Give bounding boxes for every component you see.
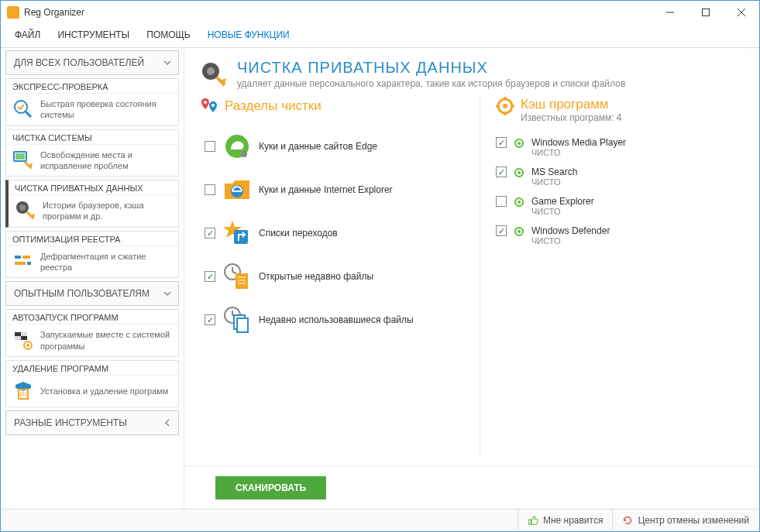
gear-small-icon xyxy=(513,196,525,208)
sidebar-section-label: РАЗНЫЕ ИНСТРУМЕНТЫ xyxy=(14,417,127,428)
menu-file[interactable]: ФАЙЛ xyxy=(7,27,48,43)
clean-row-mru: Недавно использовавшиеся файлы xyxy=(200,298,470,342)
clean-label: Открытые недавно файлы xyxy=(259,271,373,282)
checkbox-recent[interactable] xyxy=(205,271,215,282)
sidebar-item-head: ЧИСТКА ПРИВАТНЫХ ДАННЫХ xyxy=(9,180,178,195)
clean-row-recent: Открытые недавно файлы xyxy=(200,255,470,298)
svg-rect-11 xyxy=(22,256,30,259)
undo-center-button[interactable]: Центр отмены изменений xyxy=(612,510,758,530)
svg-rect-12 xyxy=(15,262,26,265)
checkbox-game-explorer[interactable] xyxy=(496,196,507,207)
clean-label: Недавно использовавшиеся файлы xyxy=(259,314,414,325)
titlebar: Reg Organizer xyxy=(1,1,759,24)
sidebar-item-desc: Освобождение места и исправление проблем xyxy=(40,149,172,172)
privacy-broom-icon xyxy=(15,200,36,221)
clock-files-icon xyxy=(223,306,251,334)
cache-name: MS Search xyxy=(531,166,577,177)
like-button[interactable]: Мне нравится xyxy=(518,510,613,530)
clean-row-jumplists: Списки переходов xyxy=(200,211,470,255)
svg-rect-32 xyxy=(234,230,248,244)
checkbox-ie[interactable] xyxy=(205,184,215,195)
svg-point-18 xyxy=(26,344,29,347)
sidebar-item-head: АВТОЗАПУСК ПРОГРАММ xyxy=(6,310,178,324)
sidebar-section-label: ОПЫТНЫМ ПОЛЬЗОВАТЕЛЯМ xyxy=(14,288,150,299)
program-cache-column: Кэш программ Известных программ: 4 Windo… xyxy=(480,97,744,458)
menu-new-features[interactable]: НОВЫЕ ФУНКЦИИ xyxy=(200,27,297,43)
sidebar-item-system-clean[interactable]: ЧИСТКА СИСТЕМЫ Освобождение места и испр… xyxy=(5,129,179,177)
gear-small-icon xyxy=(513,137,525,149)
sidebar-item-desc: Установка и удаление программ xyxy=(40,386,168,396)
maximize-button[interactable] xyxy=(688,1,724,24)
svg-rect-16 xyxy=(21,336,27,340)
cache-row-wmp: Windows Media Player ЧИСТО xyxy=(496,132,744,162)
sidebar-item-startup[interactable]: АВТОЗАПУСК ПРОГРАММ Запускаемые вместе с… xyxy=(5,309,179,357)
svg-point-25 xyxy=(204,101,207,104)
svg-rect-1 xyxy=(703,9,710,16)
svg-point-4 xyxy=(15,101,27,113)
svg-point-52 xyxy=(518,142,521,145)
page-title: ЧИСТКА ПРИВАТНЫХ ДАННЫХ xyxy=(237,59,625,77)
cleaning-title: Разделы чистки xyxy=(225,98,322,114)
checkbox-mru[interactable] xyxy=(205,314,215,325)
cleaning-sections-column: Разделы чистки Куки и данные сайтов Edge… xyxy=(200,97,480,458)
close-button[interactable] xyxy=(724,1,759,24)
sidebar-section-all-users[interactable]: ДЛЯ ВСЕХ ПОЛЬЗОВАТЕЛЕЙ xyxy=(5,50,179,75)
sidebar-section-misc[interactable]: РАЗНЫЕ ИНСТРУМЕНТЫ xyxy=(5,410,179,435)
map-pins-icon xyxy=(200,97,218,115)
sidebar-item-head: ЭКСПРЕСС-ПРОВЕРКА xyxy=(6,79,178,94)
page-header: ЧИСТКА ПРИВАТНЫХ ДАННЫХ удаляет данные п… xyxy=(184,48,759,97)
sidebar-item-head: УДАЛЕНИЕ ПРОГРАММ xyxy=(6,361,178,376)
gear-small-icon xyxy=(513,225,525,238)
undo-icon xyxy=(622,515,633,526)
menubar: ФАЙЛ ИНСТРУМЕНТЫ ПОМОЩЬ НОВЫЕ ФУНКЦИИ xyxy=(1,24,759,48)
privacy-broom-icon xyxy=(200,60,228,88)
cache-status: ЧИСТО xyxy=(531,207,594,216)
clean-row-ie: Куки и данные Internet Explorer xyxy=(200,168,470,211)
sidebar-item-uninstall[interactable]: УДАЛЕНИЕ ПРОГРАММ Установка и удаление п… xyxy=(5,360,179,407)
clean-label: Списки переходов xyxy=(259,228,338,239)
cache-status: ЧИСТО xyxy=(531,148,626,157)
sidebar-item-desc: Истории браузеров, кэша программ и др. xyxy=(43,200,172,222)
sidebar-item-head: ОПТИМИЗАЦИЯ РЕЕСТРА xyxy=(6,232,178,246)
trash-box-icon xyxy=(12,380,34,402)
thumbs-up-icon xyxy=(528,515,538,526)
star-jumplist-icon xyxy=(223,219,251,247)
undo-label: Центр отмены изменений xyxy=(638,515,749,526)
svg-point-54 xyxy=(518,171,521,174)
main-content: ЧИСТКА ПРИВАТНЫХ ДАННЫХ удаляет данные п… xyxy=(184,48,759,515)
sidebar-item-desc: Запускаемые вместе с системой программы xyxy=(40,329,172,352)
chevron-down-icon xyxy=(163,58,172,67)
checkbox-jumplists[interactable] xyxy=(205,228,215,239)
monitor-broom-icon xyxy=(12,149,34,171)
sidebar-item-private-clean[interactable]: ЧИСТКА ПРИВАТНЫХ ДАННЫХ Истории браузеро… xyxy=(5,180,179,228)
checkbox-search[interactable] xyxy=(496,166,507,177)
minimize-button[interactable] xyxy=(652,1,688,24)
cache-status: ЧИСТО xyxy=(531,236,610,245)
checkbox-wmp[interactable] xyxy=(496,137,507,148)
sidebar-item-desc: Дефрагментация и сжатие реестра xyxy=(40,251,172,273)
menu-tools[interactable]: ИНСТРУМЕНТЫ xyxy=(50,27,137,43)
like-label: Мне нравится xyxy=(543,515,604,526)
sidebar-section-advanced[interactable]: ОПЫТНЫМ ПОЛЬЗОВАТЕЛЯМ xyxy=(5,281,179,306)
flag-gear-icon xyxy=(12,330,34,352)
checkbox-defender[interactable] xyxy=(496,225,507,236)
cache-name: Windows Media Player xyxy=(531,137,626,148)
svg-point-28 xyxy=(241,151,247,157)
check-magnifier-icon xyxy=(12,98,34,120)
scan-button[interactable]: СКАНИРОВАТЬ xyxy=(215,476,326,499)
svg-point-24 xyxy=(207,67,215,75)
svg-point-26 xyxy=(211,104,215,107)
svg-rect-15 xyxy=(15,332,21,336)
sidebar-item-registry-optim[interactable]: ОПТИМИЗАЦИЯ РЕЕСТРА Дефрагментация и сжа… xyxy=(5,231,179,279)
defrag-icon xyxy=(12,251,34,273)
svg-rect-36 xyxy=(236,273,248,289)
chevron-down-icon xyxy=(163,289,172,298)
gear-icon xyxy=(496,97,514,115)
svg-rect-13 xyxy=(27,262,31,265)
menu-help[interactable]: ПОМОЩЬ xyxy=(139,27,198,43)
sidebar-item-express-check[interactable]: ЭКСПРЕСС-ПРОВЕРКА Быстрая проверка состо… xyxy=(5,78,179,126)
cache-status: ЧИСТО xyxy=(531,177,577,187)
checkbox-edge[interactable] xyxy=(205,141,215,152)
chevron-left-icon xyxy=(163,418,172,427)
sidebar-item-head: ЧИСТКА СИСТЕМЫ xyxy=(6,130,178,145)
